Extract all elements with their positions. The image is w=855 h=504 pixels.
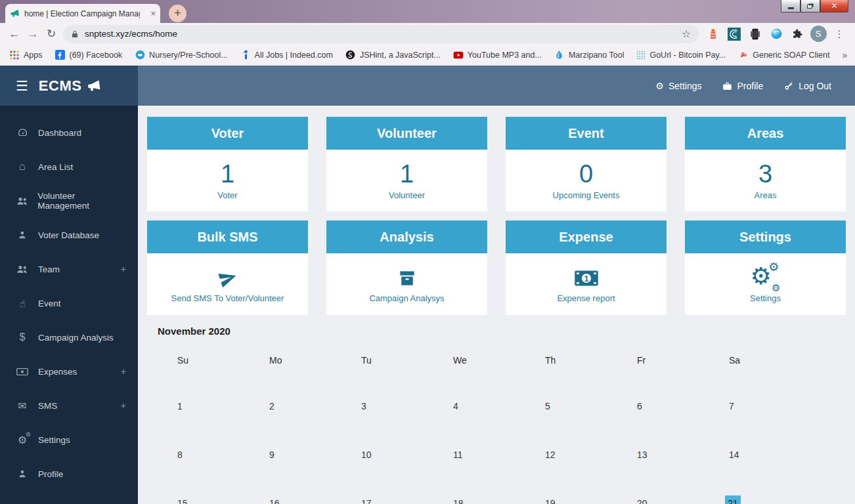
youtube-icon	[453, 50, 464, 60]
sidebar-label: SMS	[38, 401, 57, 411]
bookmark-indeed[interactable]: All Jobs | Indeed.com	[240, 50, 333, 60]
card-event[interactable]: Event 0 Upcoming Events	[506, 117, 667, 211]
bookmark-label: GoUrl - Bitcoin Pay...	[649, 51, 726, 60]
brand-logo[interactable]: ECMS	[39, 77, 102, 94]
card-expense[interactable]: Expense 1 Expense report	[506, 220, 667, 315]
weekday-label: Fr	[617, 355, 709, 366]
sidebar-label: Expenses	[38, 367, 77, 377]
avatar-letter: S	[810, 26, 827, 42]
new-tab-button[interactable]: +	[169, 5, 186, 22]
calendar-date-cell[interactable]: 11	[433, 450, 525, 460]
expand-plus-icon[interactable]: +	[121, 366, 126, 377]
bookmark-facebook[interactable]: (69) Facebook	[55, 50, 123, 60]
bookmark-star-icon[interactable]: ☆	[682, 28, 691, 40]
calendar-date-cell-highlighted[interactable]: 21	[709, 495, 801, 504]
calendar-date-cell[interactable]: 3	[341, 401, 433, 411]
tab-close-icon[interactable]: ×	[150, 9, 156, 18]
bookmark-nursery[interactable]: Nursery/Pre-School...	[135, 50, 227, 60]
card-volunteer[interactable]: Volunteer 1 Volunteer	[326, 117, 487, 211]
calendar-date-cell[interactable]: 8	[158, 450, 250, 460]
address-bar[interactable]: snptest.xyz/ecms/home ☆	[63, 25, 699, 43]
sidebar-item-volunteer-management[interactable]: Volunteer Management	[0, 184, 138, 218]
card-analysis[interactable]: Analysis Campaign Analysys	[326, 220, 487, 315]
wave-extension-icon[interactable]	[726, 26, 743, 43]
calendar-date-cell[interactable]: 6	[617, 401, 709, 411]
calendar-date-cell[interactable]: 14	[709, 450, 801, 460]
highlighted-date[interactable]: 21	[725, 495, 741, 504]
bookmark-jshint[interactable]: JSHint, a JavaScript...	[345, 50, 441, 60]
bookmark-marzipano[interactable]: Marzipano Tool	[554, 50, 625, 60]
calendar-date-cell[interactable]: 15	[158, 498, 250, 504]
browser-tab[interactable]: home | Election Campaign Manag ×	[5, 4, 160, 23]
areas-count: 3	[758, 161, 772, 188]
bookmark-youtube[interactable]: YouTube MP3 and...	[453, 50, 542, 60]
sidebar-item-campaign-analysis[interactable]: $ Campaign Analysis	[0, 320, 138, 354]
sidebar-item-sms[interactable]: ✉ SMS +	[0, 388, 138, 423]
sidebar-item-profile[interactable]: Profile	[0, 457, 138, 491]
calendar-date-cell[interactable]: 16	[250, 498, 341, 504]
browser-menu-icon[interactable]: ⋮	[831, 26, 848, 43]
card-voter[interactable]: Voter 1 Voter	[147, 117, 308, 211]
calendar-date-cell[interactable]: 18	[433, 498, 525, 504]
bookmark-label: Apps	[24, 51, 43, 60]
hamburger-menu-icon[interactable]: ☰	[16, 78, 28, 94]
phone-frame-extension-icon[interactable]	[747, 26, 764, 43]
brand-area: ☰ ECMS	[0, 66, 138, 106]
calendar-date-cell[interactable]: 5	[525, 401, 617, 411]
calendar-date-cell[interactable]: 10	[341, 450, 433, 460]
hand-icon: ☝	[16, 297, 29, 310]
close-button[interactable]: ✕	[820, 0, 848, 12]
sidebar-item-team[interactable]: Team +	[0, 252, 138, 286]
bookmarks-overflow-icon[interactable]: »	[842, 50, 847, 60]
sidebar-item-expenses[interactable]: Expenses +	[0, 354, 138, 388]
forward-button[interactable]: →	[24, 25, 42, 43]
weekday-label: Mo	[250, 355, 341, 366]
sphere-extension-icon[interactable]	[768, 26, 785, 43]
header-settings[interactable]: ⚙ Settings	[655, 81, 701, 91]
header-profile[interactable]: Profile	[722, 81, 763, 91]
minimize-button[interactable]	[781, 0, 800, 12]
money-bill-icon: 1	[574, 265, 599, 291]
profile-avatar[interactable]: S	[810, 26, 827, 43]
card-areas[interactable]: Areas 3 Areas	[685, 117, 846, 211]
reload-button[interactable]: ↻	[42, 25, 60, 43]
sidebar-item-voter-database[interactable]: Voter Database	[0, 218, 138, 252]
apps-grid-icon	[9, 50, 20, 60]
calendar-date-cell[interactable]: 9	[250, 450, 341, 460]
calendar-date-cell[interactable]: 2	[250, 401, 341, 411]
calendar-date-cell[interactable]: 12	[525, 450, 617, 460]
calendar-date-cell[interactable]: 1	[158, 401, 250, 411]
bookmark-gourl[interactable]: GoUrl - Bitcoin Pay...	[636, 51, 726, 60]
calendar-date-cell[interactable]: 20	[617, 498, 709, 504]
bookmark-soap[interactable]: ₷a Generic SOAP Client	[738, 50, 829, 60]
briefcase-icon	[722, 81, 732, 91]
calendar-date-cell[interactable]: 19	[525, 498, 617, 504]
sidebar-item-area-list[interactable]: ⌂ Area List	[0, 150, 138, 184]
restore-button[interactable]	[800, 0, 820, 12]
calendar-date-cell[interactable]: 17	[341, 498, 433, 504]
sidebar-item-dashboard[interactable]: Dashboard	[0, 116, 138, 150]
lighthouse-extension-icon[interactable]	[705, 26, 722, 43]
restore-icon	[807, 5, 812, 9]
weekday-row: Su Mo Tu We Th Fr Sa	[158, 339, 846, 382]
weekday-label: Sa	[709, 355, 801, 366]
header-logout[interactable]: Log Out	[784, 81, 831, 91]
card-title: Voter	[147, 117, 308, 150]
sidebar-item-settings[interactable]: ⚙⚙ Settings	[0, 423, 138, 457]
sidebar-item-event[interactable]: ☝ Event	[0, 286, 138, 320]
calendar-week-row: 1 2 3 4 5 6 7	[158, 382, 846, 430]
weekday-label: We	[433, 355, 525, 366]
window-controls: ✕	[781, 0, 848, 12]
bookmark-apps[interactable]: Apps	[9, 50, 43, 60]
weekday-label: Tu	[341, 355, 433, 366]
calendar-date-cell[interactable]: 4	[433, 401, 525, 411]
calendar-date-cell[interactable]: 7	[709, 401, 801, 411]
expand-plus-icon[interactable]: +	[121, 264, 126, 274]
bookmarks-bar: Apps (69) Facebook Nursery/Pre-School...…	[0, 45, 855, 66]
expand-plus-icon[interactable]: +	[121, 400, 126, 411]
calendar-date-cell[interactable]: 13	[617, 450, 709, 460]
back-button[interactable]: ←	[5, 25, 24, 43]
card-settings[interactable]: Settings ⚙⚙⚙ Settings	[685, 220, 846, 315]
card-bulk-sms[interactable]: Bulk SMS Send SMS To Voter/Volunteer	[147, 220, 308, 315]
puzzle-extensions-icon[interactable]	[789, 26, 806, 43]
